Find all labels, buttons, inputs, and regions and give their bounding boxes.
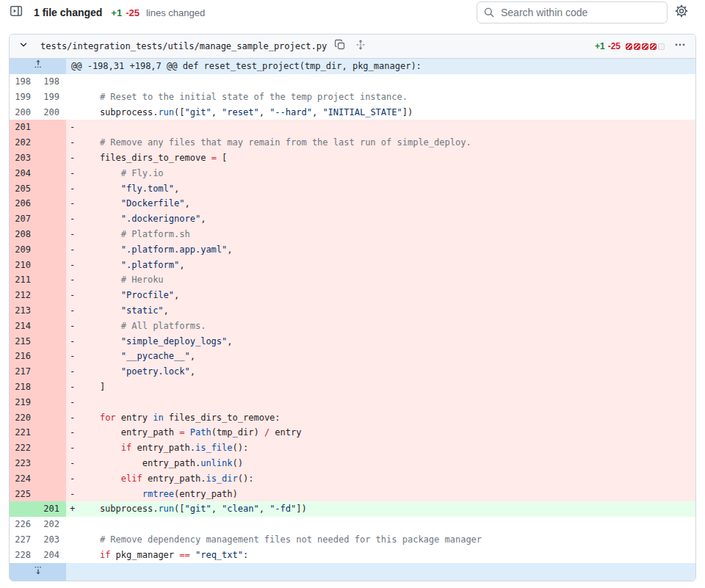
code-token: (entry_path): [174, 489, 238, 499]
old-line-number[interactable]: 207: [10, 211, 37, 227]
old-line-number[interactable]: 214: [10, 319, 37, 334]
code-token: # All platforms.: [79, 321, 206, 331]
expand-up-button[interactable]: [10, 59, 66, 74]
new-line-number[interactable]: [37, 150, 66, 166]
new-line-number[interactable]: [37, 288, 66, 303]
old-line-number[interactable]: 213: [10, 303, 37, 319]
diff-marker: -: [66, 471, 79, 487]
old-line-number[interactable]: 218: [10, 380, 37, 395]
new-line-number[interactable]: 203: [37, 532, 66, 548]
code-token: run: [158, 504, 174, 514]
unfold-icon: [355, 39, 366, 54]
code-token: Path: [190, 427, 212, 438]
code-token: "git": [185, 107, 212, 117]
diff-marker: -: [66, 334, 79, 349]
code-line: entry_path = Path(tmp_dir) / entry: [79, 425, 695, 440]
code-token: "INITIAL_STATE": [322, 107, 402, 117]
old-line-number[interactable]: 219: [10, 395, 37, 410]
old-line-number[interactable]: 228: [10, 548, 37, 563]
old-line-number[interactable]: 215: [10, 334, 37, 349]
new-line-number[interactable]: [37, 303, 66, 319]
code-token: "static": [121, 305, 164, 316]
diff-marker: -: [66, 227, 79, 242]
new-line-number[interactable]: [37, 395, 66, 410]
new-line-number[interactable]: [37, 364, 66, 380]
new-line-number[interactable]: [37, 135, 66, 150]
expand-all-button[interactable]: [353, 39, 368, 54]
new-line-number[interactable]: [37, 242, 66, 258]
code-token: "clean": [222, 504, 259, 514]
old-line-number[interactable]: 202: [10, 135, 37, 150]
new-line-number[interactable]: [37, 471, 66, 487]
code-line: [79, 395, 695, 410]
old-line-number[interactable]: 225: [10, 487, 37, 502]
new-line-number[interactable]: [37, 166, 66, 181]
new-line-number[interactable]: [37, 456, 66, 471]
new-line-number[interactable]: [37, 487, 66, 502]
old-line-number[interactable]: 203: [10, 150, 37, 166]
old-line-number[interactable]: 201: [10, 120, 37, 135]
old-line-number[interactable]: 223: [10, 456, 37, 471]
code-token: ,: [312, 107, 322, 117]
expand-down-button[interactable]: [10, 563, 66, 581]
new-line-number[interactable]: 201: [37, 501, 66, 517]
old-line-number[interactable]: 220: [10, 410, 37, 426]
file-header: tests/integration_tests/utils/manage_sam…: [10, 35, 695, 59]
file-options-button[interactable]: [672, 39, 688, 54]
new-line-number[interactable]: [37, 196, 66, 211]
code-token: ():: [233, 443, 249, 453]
code-token: "Procfile": [121, 290, 174, 300]
old-line-number[interactable]: [10, 501, 37, 517]
old-line-number[interactable]: 200: [10, 105, 37, 120]
old-line-number[interactable]: 227: [10, 532, 37, 548]
new-line-number[interactable]: 204: [37, 548, 66, 563]
new-line-number[interactable]: [37, 227, 66, 242]
old-line-number[interactable]: 209: [10, 242, 37, 258]
old-line-number[interactable]: 224: [10, 471, 37, 487]
toggle-sidebar-button[interactable]: [9, 5, 24, 20]
old-line-number[interactable]: 217: [10, 364, 37, 380]
diff-row-deleted: 202- # Remove any files that may remain …: [10, 135, 695, 150]
old-line-number[interactable]: 221: [10, 425, 37, 440]
old-line-number[interactable]: 226: [10, 517, 37, 532]
code-line: "poetry.lock",: [79, 364, 695, 380]
copy-path-button[interactable]: [333, 39, 347, 54]
new-line-number[interactable]: [37, 181, 66, 197]
new-line-number[interactable]: [37, 425, 66, 440]
new-line-number[interactable]: 199: [37, 90, 66, 105]
old-line-number[interactable]: 210: [10, 258, 37, 273]
new-line-number[interactable]: [37, 258, 66, 273]
old-line-number[interactable]: 208: [10, 227, 37, 242]
old-line-number[interactable]: 204: [10, 166, 37, 181]
code-line: [79, 517, 695, 532]
new-line-number[interactable]: [37, 211, 66, 227]
new-line-number[interactable]: [37, 334, 66, 349]
old-line-number[interactable]: 205: [10, 181, 37, 197]
search-input[interactable]: [477, 1, 668, 23]
new-line-number[interactable]: 202: [37, 517, 66, 532]
new-line-number[interactable]: [37, 120, 66, 135]
old-line-number[interactable]: 211: [10, 272, 37, 288]
new-line-number[interactable]: [37, 440, 66, 456]
diff-row-deleted: 214- # All platforms.: [10, 319, 695, 334]
new-line-number[interactable]: [37, 272, 66, 288]
old-line-number[interactable]: 222: [10, 440, 37, 456]
new-line-number[interactable]: [37, 349, 66, 364]
collapse-file-button[interactable]: [17, 40, 30, 53]
old-line-number[interactable]: 199: [10, 90, 37, 105]
old-line-number[interactable]: 198: [10, 74, 37, 90]
old-line-number[interactable]: 216: [10, 349, 37, 364]
new-line-number[interactable]: 198: [37, 74, 66, 90]
files-changed-title: 1 file changed: [34, 7, 102, 18]
code-line: # Heroku: [79, 272, 695, 288]
code-token: [79, 366, 121, 377]
new-line-number[interactable]: [37, 380, 66, 395]
old-line-number[interactable]: 206: [10, 196, 37, 211]
new-line-number[interactable]: [37, 410, 66, 426]
diff-row-deleted: 218- ]: [10, 380, 695, 395]
old-line-number[interactable]: 212: [10, 288, 37, 303]
settings-button[interactable]: [674, 5, 689, 20]
new-line-number[interactable]: [37, 319, 66, 334]
new-line-number[interactable]: 200: [37, 105, 66, 120]
code-token: "req_txt": [195, 550, 243, 560]
